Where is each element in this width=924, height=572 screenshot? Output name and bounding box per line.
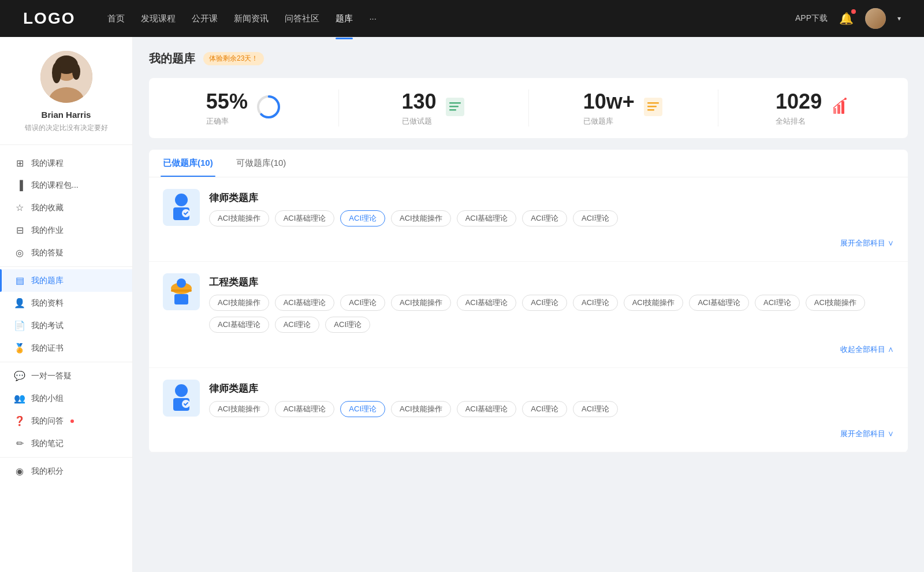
qbank-title: 律师类题库 (209, 189, 618, 205)
expand-link[interactable]: 展开全部科目 ∨ (163, 235, 894, 250)
svg-rect-16 (833, 108, 836, 114)
qbank-card-lawyer1: 律师类题库 ACI技能操作 ACI基础理论 ACI理论 ACI技能操作 ACI基… (149, 177, 908, 262)
nav-dropdown-arrow[interactable]: ▾ (897, 14, 901, 23)
nav-more[interactable]: ··· (369, 11, 377, 27)
sidebar-item-my-points[interactable]: ◉ 我的积分 (0, 460, 132, 482)
bell-icon[interactable]: 🔔 (839, 12, 854, 25)
nav-news[interactable]: 新闻资讯 (234, 11, 269, 27)
sidebar-item-my-certs[interactable]: 🏅 我的证书 (0, 337, 132, 359)
notification-dot (70, 419, 74, 423)
qbank-tag[interactable]: ACI理论 (573, 295, 618, 311)
divider-1 (0, 266, 132, 267)
qbank-title: 律师类题库 (209, 380, 618, 395)
qbank-tag[interactable]: ACI理论 (755, 295, 800, 311)
sidebar-item-my-groups[interactable]: 👥 我的小组 (0, 387, 132, 410)
qbank-tag[interactable]: ACI基础理论 (457, 210, 517, 226)
user-avatar-nav[interactable] (865, 8, 886, 29)
sidebar-item-my-courses[interactable]: ⊞ 我的课程 (0, 152, 132, 174)
svg-rect-18 (841, 101, 844, 114)
qbank-tag[interactable]: ACI基础理论 (209, 317, 269, 333)
sidebar-item-label: 我的资料 (31, 298, 64, 309)
qbank-tag[interactable]: ACI基础理论 (457, 401, 517, 417)
stat-site-rank: 1029 全站排名 (718, 90, 908, 127)
svg-rect-15 (647, 109, 654, 111)
qbank-tag[interactable]: ACI理论 (522, 401, 567, 417)
qbank-tag[interactable]: ACI理论 (573, 401, 618, 417)
layout: Brian Harris 错误的决定比没有决定要好 ⊞ 我的课程 ▐ 我的课程包… (0, 37, 924, 572)
sidebar-item-one-on-one[interactable]: 💬 一对一答疑 (0, 365, 132, 387)
qbank-tag[interactable]: ACI基础理论 (275, 401, 335, 417)
sidebar-item-my-homework[interactable]: ⊟ 我的作业 (0, 219, 132, 242)
sidebar: Brian Harris 错误的决定比没有决定要好 ⊞ 我的课程 ▐ 我的课程包… (0, 37, 133, 572)
sidebar-item-my-answers[interactable]: ❓ 我的问答 (0, 410, 132, 432)
qbank-tag-active[interactable]: ACI理论 (340, 210, 385, 226)
nav-home[interactable]: 首页 (107, 11, 125, 27)
nav-qbank[interactable]: 题库 (336, 11, 353, 27)
qbank-info: 律师类题库 ACI技能操作 ACI基础理论 ACI理论 ACI技能操作 ACI基… (209, 380, 618, 417)
qbank-tag[interactable]: ACI基础理论 (275, 210, 335, 226)
svg-point-5 (72, 64, 80, 80)
qbank-tag[interactable]: ACI技能操作 (391, 401, 451, 417)
qbank-tag[interactable]: ACI理论 (522, 295, 567, 311)
expand-link-2[interactable]: 展开全部科目 ∨ (163, 425, 894, 440)
homework-icon: ⊟ (14, 225, 25, 236)
stat-label: 正确率 (206, 116, 248, 127)
qbank-tag[interactable]: ACI基础理论 (457, 295, 517, 311)
svg-rect-25 (171, 289, 192, 292)
qbank-tag[interactable]: ACI理论 (275, 317, 320, 333)
list-orange-icon (643, 96, 664, 120)
qbank-tag[interactable]: ACI理论 (573, 210, 618, 226)
sidebar-item-my-notes[interactable]: ✏ 我的笔记 (0, 432, 132, 455)
qbank-tag[interactable]: ACI技能操作 (209, 210, 269, 226)
course-icon: ⊞ (14, 158, 25, 169)
package-icon: ▐ (14, 180, 25, 191)
stat-label: 全站排名 (776, 116, 822, 127)
sidebar-item-label: 我的问答 (31, 416, 64, 426)
qbank-card-lawyer2: 律师类题库 ACI技能操作 ACI基础理论 ACI理论 ACI技能操作 ACI基… (149, 368, 908, 452)
notes-icon: ✏ (14, 438, 25, 449)
qbank-tag[interactable]: ACI理论 (325, 317, 370, 333)
tab-todo[interactable]: 可做题库(10) (234, 150, 289, 177)
qbank-tag[interactable]: ACI技能操作 (806, 295, 866, 311)
nav-discover[interactable]: 发现课程 (141, 11, 176, 27)
nav-open-course[interactable]: 公开课 (192, 11, 218, 27)
qbank-tag[interactable]: ACI技能操作 (391, 295, 451, 311)
app-download-button[interactable]: APP下载 (795, 13, 828, 24)
sidebar-item-my-favorites[interactable]: ☆ 我的收藏 (0, 196, 132, 219)
qbank-tag[interactable]: ACI技能操作 (391, 210, 451, 226)
qbank-tag[interactable]: ACI技能操作 (624, 295, 684, 311)
stats-card: 55% 正确率 130 已做试题 (149, 78, 908, 138)
nav-links: 首页 发现课程 公开课 新闻资讯 问答社区 题库 ··· (107, 11, 774, 27)
qbank-tags: ACI技能操作 ACI基础理论 ACI理论 ACI技能操作 ACI基础理论 AC… (209, 401, 618, 417)
navbar: LOGO 首页 发现课程 公开课 新闻资讯 问答社区 题库 ··· APP下载 … (0, 0, 924, 37)
qbank-info: 工程类题库 ACI技能操作 ACI基础理论 ACI理论 ACI技能操作 ACI基… (209, 273, 894, 333)
navbar-right: APP下载 🔔 ▾ (795, 8, 901, 29)
stat-text: 55% 正确率 (206, 90, 248, 127)
svg-point-19 (844, 98, 847, 100)
sidebar-item-label: 我的作业 (31, 225, 64, 236)
sidebar-item-my-questions[interactable]: ◎ 我的答疑 (0, 242, 132, 264)
sidebar-menu: ⊞ 我的课程 ▐ 我的课程包... ☆ 我的收藏 ⊟ 我的作业 ◎ 我的答疑 ▤ (0, 152, 132, 482)
collapse-link[interactable]: 收起全部科目 ∧ (163, 341, 894, 356)
profile-section: Brian Harris 错误的决定比没有决定要好 (0, 51, 132, 145)
sidebar-item-my-profile[interactable]: 👤 我的资料 (0, 292, 132, 314)
qbank-tag[interactable]: ACI基础理论 (689, 295, 749, 311)
qbank-tag[interactable]: ACI基础理论 (275, 295, 335, 311)
qbank-tag[interactable]: ACI技能操作 (209, 295, 269, 311)
nav-qa[interactable]: 问答社区 (285, 11, 319, 27)
qbank-tag[interactable]: ACI理论 (340, 295, 385, 311)
qbank-area: 律师类题库 ACI技能操作 ACI基础理论 ACI理论 ACI技能操作 ACI基… (149, 177, 908, 452)
sidebar-item-my-packages[interactable]: ▐ 我的课程包... (0, 174, 132, 196)
sidebar-item-my-exams[interactable]: 📄 我的考试 (0, 314, 132, 337)
exam-icon: 📄 (14, 320, 25, 331)
sidebar-item-my-qbank[interactable]: ▤ 我的题库 (0, 269, 132, 292)
qbank-tag[interactable]: ACI技能操作 (209, 401, 269, 417)
stat-text: 10w+ 已做题库 (583, 90, 635, 127)
list-green-icon (445, 96, 465, 120)
main-content: 我的题库 体验剩余23天！ 55% 正确率 (133, 37, 924, 572)
tab-done[interactable]: 已做题库(10) (161, 150, 215, 177)
sidebar-item-label: 我的证书 (31, 343, 64, 354)
qbank-tag-active[interactable]: ACI理论 (340, 401, 385, 417)
svg-rect-14 (647, 106, 657, 107)
qbank-tag[interactable]: ACI理论 (522, 210, 567, 226)
